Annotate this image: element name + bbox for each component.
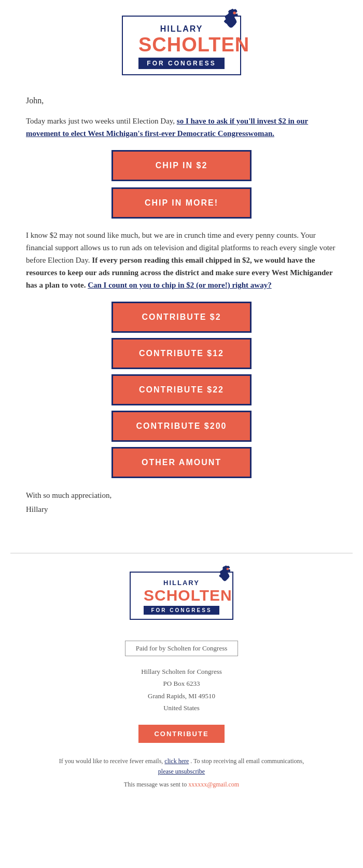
paid-for-box: Paid for by Scholten for Congress: [125, 641, 239, 656]
footer-sent-to: This message was sent to xxxxxx@gmail.co…: [26, 781, 337, 789]
unsubscribe-link[interactable]: please unsubscribe: [158, 768, 205, 775]
contribute-12-button[interactable]: CONTRIBUTE $12: [111, 338, 252, 369]
svg-text:★: ★: [235, 12, 238, 15]
closing-line1: With so much appreciation,: [26, 489, 337, 503]
michigan-icon: ★: [217, 7, 245, 36]
closing-line2: Hillary: [26, 503, 337, 517]
contribute-200-button[interactable]: CONTRIBUTE $200: [111, 411, 252, 442]
footer-contribute-button[interactable]: CONTRIBUTE: [138, 725, 224, 743]
footer-for-congress-text: FOR CONGRESS: [144, 606, 219, 615]
svg-text:★: ★: [228, 567, 230, 570]
contribute-buttons: CONTRIBUTE $2 CONTRIBUTE $12 CONTRIBUTE …: [26, 302, 337, 478]
paragraph1-start: Today marks just two weeks until Electio…: [26, 117, 175, 125]
email-link[interactable]: xxxxxx@gmail.com: [188, 781, 239, 788]
logo-hillary-text: HILLARY: [138, 24, 225, 34]
address-line4: United States: [26, 702, 337, 714]
logo-for-congress-text: FOR CONGRESS: [138, 58, 225, 69]
footer-hillary-text: HILLARY: [144, 579, 219, 587]
address-line3: Grand Rapids, MI 49510: [26, 690, 337, 702]
chip-in-2-button[interactable]: CHIP IN $2: [111, 150, 252, 181]
contribute-22-button[interactable]: CONTRIBUTE $22: [111, 374, 252, 405]
address-block: Hillary Scholten for Congress PO Box 623…: [26, 666, 337, 714]
header-logo-section: ★ HILLARY SCHOLTEN FOR CONGRESS: [0, 0, 363, 86]
unsubscribe-text1: If you would like to receive fewer email…: [59, 757, 163, 765]
unsubscribe-text2: . To stop receiving all email communicat…: [190, 757, 304, 765]
paragraph2-link[interactable]: Can I count on you to chip in $2 (or mor…: [88, 281, 271, 289]
main-content: John, Today marks just two weeks until E…: [0, 86, 363, 537]
chip-in-more-button[interactable]: CHIP IN MORE!: [111, 187, 252, 219]
footer-section: ★ HILLARY SCHOLTEN FOR CONGRESS Paid for…: [0, 553, 363, 799]
salutation: John,: [26, 96, 337, 105]
footer-unsubscribe: If you would like to receive fewer email…: [26, 756, 337, 777]
paragraph1: Today marks just two weeks until Electio…: [26, 115, 337, 140]
sent-to-text: This message was sent to: [124, 781, 187, 788]
footer-michigan-icon: ★: [213, 564, 236, 588]
logo-box: ★ HILLARY SCHOLTEN FOR CONGRESS: [122, 16, 241, 75]
chip-in-buttons: CHIP IN $2 CHIP IN MORE!: [26, 150, 337, 219]
footer-logo-box: ★ HILLARY SCHOLTEN FOR CONGRESS: [130, 572, 233, 620]
logo-scholten-text: SCHOLTEN: [138, 35, 225, 55]
closing: With so much appreciation, Hillary: [26, 489, 337, 517]
click-here-link[interactable]: click here: [164, 757, 189, 765]
paragraph2: I know $2 may not sound like much, but w…: [26, 229, 337, 291]
paid-for-text: Paid for by Scholten for Congress: [136, 644, 228, 652]
other-amount-button[interactable]: OTHER AMOUNT: [111, 447, 252, 478]
address-line2: PO Box 6233: [26, 677, 337, 689]
contribute-2-button[interactable]: CONTRIBUTE $2: [111, 302, 252, 333]
address-line1: Hillary Scholten for Congress: [26, 666, 337, 677]
footer-scholten-text: SCHOLTEN: [144, 588, 219, 603]
